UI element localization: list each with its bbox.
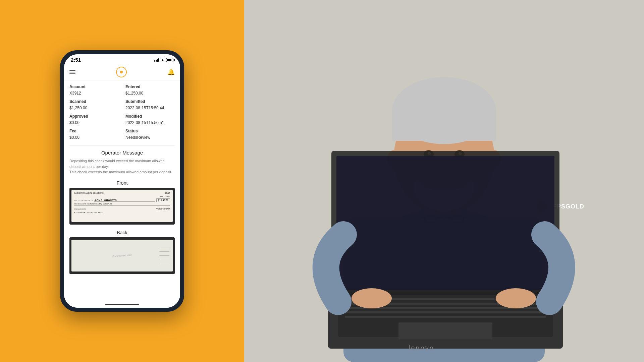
check-signature: Placeholder bbox=[156, 207, 170, 210]
notification-bell-icon[interactable]: 🔔 bbox=[167, 68, 175, 76]
check-date: July 1, 2022 bbox=[159, 195, 170, 197]
check-front-image: CACHET FINANCIAL SOLUTIONS 4085 July 1, … bbox=[69, 188, 175, 225]
submitted-field: Submitted 2022-08-15T15:50:44 bbox=[125, 99, 175, 111]
modified-value: 2022-08-15T15:50:51 bbox=[125, 120, 164, 125]
svg-rect-29 bbox=[345, 311, 546, 313]
fee-label: Fee bbox=[69, 129, 119, 133]
home-indicator bbox=[64, 301, 180, 308]
check-back-section: Back Endorsement area bbox=[69, 230, 175, 274]
right-background: FPSGOLD lenovo bbox=[244, 0, 644, 362]
status-icons: ▲ bbox=[154, 58, 173, 62]
pay-to-label: PAY TO THE ORDER OF bbox=[74, 199, 93, 201]
check-memo: FOR WIDGETS bbox=[74, 208, 86, 210]
check-back-image: Endorsement area bbox=[69, 237, 175, 274]
entered-label: Entered bbox=[125, 84, 175, 89]
svg-rect-6 bbox=[392, 111, 496, 141]
scanned-value: $1,250.00 bbox=[69, 106, 87, 110]
operator-message-section: Operator Message Depositing this check w… bbox=[69, 150, 175, 175]
approved-value: $0.00 bbox=[69, 120, 79, 125]
svg-rect-33 bbox=[336, 156, 554, 290]
account-field: Account X3912 bbox=[69, 84, 119, 96]
svg-point-35 bbox=[352, 288, 392, 308]
phone-screen: 2:51 ▲ 🔔 bbox=[64, 54, 180, 308]
check-back-endorsement: Endorsement area bbox=[112, 254, 132, 258]
modified-field: Modified 2022-08-15T15:50:51 bbox=[125, 114, 175, 125]
check-amount-words: One thousand, two hundred & fifty and 00… bbox=[74, 203, 170, 206]
approved-field: Approved $0.00 bbox=[69, 114, 119, 125]
phone-mockup: 2:51 ▲ 🔔 bbox=[60, 50, 184, 312]
check-number: 4085 bbox=[165, 192, 170, 194]
scanned-field: Scanned $1,250.00 bbox=[69, 99, 119, 111]
scanned-label: Scanned bbox=[69, 99, 119, 104]
entered-field: Entered $1,250.00 bbox=[125, 84, 175, 96]
check-front-content: CACHET FINANCIAL SOLUTIONS 4085 July 1, … bbox=[71, 190, 173, 222]
signal-bars-icon bbox=[154, 58, 159, 62]
check-back-lines bbox=[159, 243, 169, 268]
transaction-details: Account X3912 Entered $1,250.00 Scanned … bbox=[69, 84, 175, 140]
check-back-content: Endorsement area bbox=[71, 240, 173, 272]
account-label: Account bbox=[69, 84, 119, 89]
status-time: 2:51 bbox=[71, 57, 81, 63]
check-front-label: Front bbox=[69, 180, 175, 186]
fee-field: Fee $0.00 bbox=[69, 129, 119, 140]
svg-rect-31 bbox=[398, 322, 492, 339]
hamburger-menu-icon[interactable] bbox=[69, 70, 75, 74]
wifi-icon: ▲ bbox=[161, 58, 165, 62]
check-company: CACHET FINANCIAL SOLUTIONS bbox=[74, 192, 104, 194]
submitted-value: 2022-08-15T15:50:44 bbox=[125, 106, 164, 110]
entered-value: $1,250.00 bbox=[125, 91, 143, 96]
status-label: Status bbox=[125, 129, 175, 133]
check-front-section: Front CACHET FINANCIAL SOLUTIONS 4085 Ju… bbox=[69, 180, 175, 225]
home-bar bbox=[105, 304, 139, 305]
check-amount: $1,250.00 bbox=[156, 198, 170, 202]
operator-message-text: Depositing this check would exceed the m… bbox=[69, 158, 175, 175]
phone-content[interactable]: Account X3912 Entered $1,250.00 Scanned … bbox=[64, 80, 180, 301]
operator-text-line1: Depositing this check would exceed the m… bbox=[69, 159, 165, 169]
app-header: 🔔 bbox=[64, 64, 180, 80]
payee-name: ACME WIDGETS bbox=[94, 199, 155, 202]
svg-text:lenovo: lenovo bbox=[409, 344, 434, 352]
app-logo bbox=[116, 67, 127, 77]
check-routing: ⑆21316578⑆ 171-65⑇78 4085 bbox=[74, 212, 170, 214]
svg-rect-30 bbox=[345, 316, 546, 318]
person-illustration: FPSGOLD lenovo bbox=[244, 0, 644, 362]
check-back-label: Back bbox=[69, 230, 175, 235]
account-value: X3912 bbox=[69, 91, 81, 96]
status-field: Status NeedsReview bbox=[125, 129, 175, 140]
left-panel: 2:51 ▲ 🔔 bbox=[0, 0, 244, 362]
status-value: NeedsReview bbox=[125, 135, 150, 140]
battery-icon bbox=[166, 58, 173, 62]
operator-text-line2: This check exceeds the maximum allowed a… bbox=[69, 170, 172, 174]
svg-point-36 bbox=[496, 288, 536, 308]
submitted-label: Submitted bbox=[125, 99, 175, 104]
fee-value: $0.00 bbox=[69, 135, 79, 140]
operator-message-title: Operator Message bbox=[69, 150, 175, 156]
modified-label: Modified bbox=[125, 114, 175, 119]
right-panel: FPSGOLD lenovo bbox=[244, 0, 644, 362]
status-bar: 2:51 ▲ bbox=[64, 54, 180, 64]
approved-label: Approved bbox=[69, 114, 119, 119]
divider bbox=[69, 145, 175, 146]
